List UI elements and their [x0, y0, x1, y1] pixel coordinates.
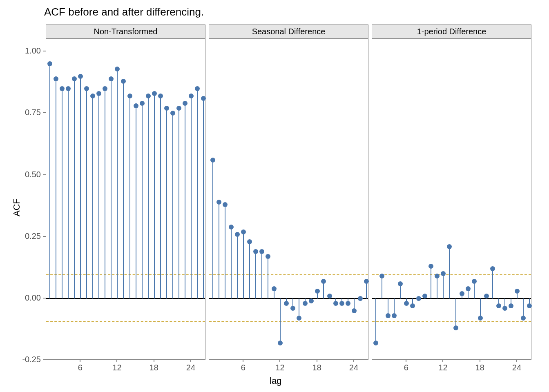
- y-tick-label: 0.25: [16, 232, 41, 241]
- acf-dot: [309, 298, 314, 303]
- acf-stem: [203, 98, 204, 298]
- acf-dot: [201, 96, 206, 101]
- acf-dot: [152, 91, 157, 96]
- x-tick-label: 6: [237, 363, 249, 372]
- x-tick-mark: [406, 360, 406, 362]
- facet-strip-2: 1-period Difference: [372, 24, 531, 39]
- acf-dot: [321, 279, 326, 284]
- y-axis-label: ACF: [11, 198, 22, 216]
- acf-stem: [179, 108, 179, 298]
- x-tick-label: 24: [348, 363, 360, 372]
- acf-dot: [247, 239, 252, 244]
- acf-dot: [176, 106, 181, 111]
- acf-dot: [290, 306, 295, 311]
- acf-dot: [78, 74, 83, 79]
- acf-stem: [56, 79, 56, 298]
- x-axis-label: lag: [270, 376, 281, 386]
- acf-dot: [416, 296, 421, 301]
- acf-stem: [299, 298, 299, 318]
- y-tick-label: 0.75: [16, 108, 41, 117]
- acf-stem: [237, 234, 238, 298]
- acf-dot: [66, 86, 71, 91]
- acf-dot: [195, 86, 200, 91]
- acf-stem: [212, 160, 213, 298]
- facet-label-0: Non-Transformed: [94, 27, 158, 36]
- confidence-line: [209, 321, 368, 322]
- acf-stem: [160, 96, 161, 298]
- acf-dot: [472, 279, 477, 284]
- acf-stem: [492, 269, 493, 298]
- acf-stem: [80, 76, 81, 298]
- acf-dot: [229, 225, 234, 229]
- x-tick-label: 18: [148, 363, 160, 372]
- y-tick-label: 0.00: [16, 293, 41, 303]
- acf-dot: [352, 308, 357, 313]
- acf-dot: [447, 244, 452, 249]
- acf-dot: [170, 111, 175, 116]
- acf-dot: [527, 303, 532, 308]
- acf-stem: [49, 64, 50, 298]
- x-tick-mark: [516, 360, 517, 362]
- acf-dot: [189, 94, 194, 98]
- acf-dot: [303, 301, 308, 306]
- acf-dot: [358, 296, 363, 301]
- acf-dot: [158, 94, 163, 98]
- acf-stem: [74, 79, 75, 298]
- facet-panel-0: [46, 39, 205, 360]
- acf-stem: [98, 94, 99, 298]
- acf-dot: [496, 303, 501, 308]
- acf-stem: [129, 96, 130, 298]
- acf-stem: [382, 276, 382, 298]
- acf-stem: [375, 298, 376, 343]
- acf-stem: [86, 89, 87, 298]
- acf-dot: [103, 86, 107, 91]
- acf-dot: [327, 294, 332, 298]
- acf-dot: [386, 313, 391, 318]
- y-tick-label: -0.25: [16, 355, 41, 364]
- x-tick-mark: [279, 360, 280, 362]
- facet-label-1: Seasonal Difference: [252, 27, 326, 36]
- acf-dot: [121, 79, 126, 84]
- acf-dot: [84, 86, 89, 91]
- acf-dot: [164, 106, 169, 111]
- acf-stem: [443, 274, 444, 298]
- acf-stem: [172, 113, 173, 298]
- acf-stem: [123, 81, 124, 298]
- acf-dot: [90, 94, 95, 98]
- acf-dot: [333, 301, 338, 306]
- acf-dot: [339, 301, 344, 306]
- acf-stem: [268, 256, 268, 298]
- x-tick-label: 24: [511, 363, 523, 372]
- acf-dot: [259, 249, 264, 254]
- acf-stem: [92, 96, 93, 298]
- acf-dot: [484, 294, 489, 298]
- zero-line: [46, 298, 205, 299]
- facet-label-2: 1-period Difference: [417, 27, 487, 36]
- acf-dot: [210, 158, 215, 163]
- x-tick-label: 12: [111, 363, 123, 372]
- acf-dot: [127, 94, 132, 98]
- acf-dot: [364, 279, 369, 284]
- x-tick-mark: [442, 360, 443, 362]
- acf-dot: [398, 281, 403, 286]
- acf-stem: [68, 89, 69, 298]
- acf-stem: [148, 96, 149, 298]
- acf-stem: [142, 103, 143, 298]
- x-tick-label: 6: [400, 363, 412, 372]
- x-tick-label: 12: [437, 363, 449, 372]
- acf-stem: [225, 205, 225, 298]
- acf-dot: [502, 306, 507, 311]
- acf-stem: [243, 232, 244, 298]
- acf-dot: [235, 232, 240, 237]
- acf-stem: [437, 276, 437, 298]
- y-tick-label: 0.50: [16, 170, 41, 179]
- acf-stem: [366, 281, 367, 298]
- acf-stem: [219, 202, 219, 298]
- acf-stem: [474, 281, 475, 298]
- acf-dot: [47, 61, 52, 66]
- acf-stem: [431, 266, 431, 298]
- acf-dot: [373, 341, 378, 345]
- x-tick-mark: [353, 360, 354, 362]
- y-tick-label: 1.00: [16, 46, 41, 56]
- acf-stem: [105, 89, 105, 298]
